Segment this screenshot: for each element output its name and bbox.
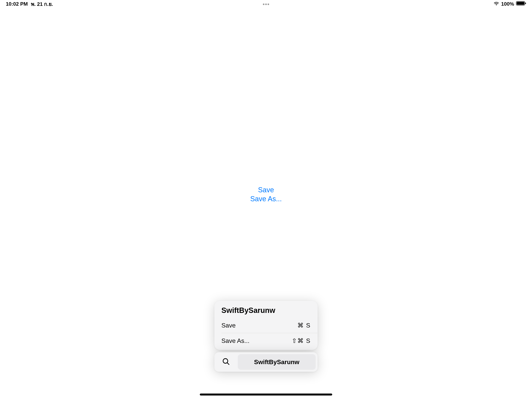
battery-icon bbox=[516, 1, 526, 7]
shortcut-bar-tab[interactable]: SwiftBySarunw bbox=[238, 354, 316, 370]
shortcut-row-save-as[interactable]: Save As... ⇧⌘ S bbox=[214, 333, 318, 348]
shortcut-key: ⌘ S bbox=[297, 322, 310, 329]
search-icon bbox=[222, 358, 230, 366]
svg-rect-1 bbox=[517, 2, 524, 5]
status-time: 10:02 PM bbox=[6, 1, 28, 7]
wifi-icon bbox=[494, 1, 499, 7]
status-bar: 10:02 PM พ. 21 ก.ย. 100% bbox=[0, 0, 532, 8]
status-date: พ. 21 ก.ย. bbox=[31, 0, 53, 8]
svg-line-4 bbox=[227, 363, 229, 365]
shortcut-row-save[interactable]: Save ⌘ S bbox=[214, 318, 318, 333]
panel-title: SwiftBySarunw bbox=[214, 306, 318, 318]
save-button[interactable]: Save bbox=[258, 186, 274, 194]
save-as-button[interactable]: Save As... bbox=[250, 195, 282, 203]
shortcut-bar-label: SwiftBySarunw bbox=[254, 359, 299, 366]
status-left: 10:02 PM พ. 21 ก.ย. bbox=[6, 0, 53, 8]
battery-percent: 100% bbox=[501, 1, 514, 7]
shortcut-key: ⇧⌘ S bbox=[292, 337, 310, 344]
keyboard-shortcut-panel: SwiftBySarunw Save ⌘ S Save As... ⇧⌘ S bbox=[214, 301, 318, 350]
search-button[interactable] bbox=[216, 354, 236, 370]
shortcut-bar: SwiftBySarunw bbox=[214, 352, 318, 372]
shortcut-label: Save bbox=[222, 322, 236, 329]
shortcut-label: Save As... bbox=[222, 337, 249, 344]
center-actions: Save Save As... bbox=[250, 186, 282, 203]
svg-rect-2 bbox=[525, 3, 526, 4]
status-right: 100% bbox=[494, 1, 526, 7]
multitask-dots[interactable] bbox=[262, 2, 270, 6]
home-indicator[interactable] bbox=[200, 393, 332, 395]
